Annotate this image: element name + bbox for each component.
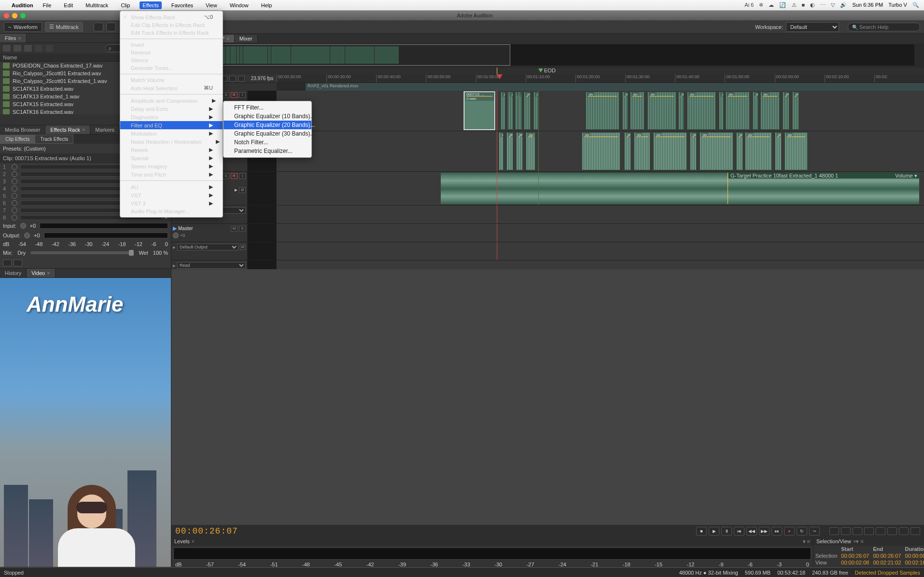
menu-item-stereo-imagery[interactable]: Stereo Imagery▶ bbox=[120, 162, 223, 170]
audio-clip-selected[interactable]: 00071S …d.wav bbox=[464, 92, 495, 130]
menu-item-reverb[interactable]: Reverb▶ bbox=[120, 146, 223, 154]
menu-item-time-and-pitch[interactable]: Time and Pitch▶ bbox=[120, 170, 223, 179]
audio-clip[interactable]: .av bbox=[687, 92, 716, 130]
menu-item-noise-reduction-restoration[interactable]: Noise Reduction / Restoration▶ bbox=[120, 137, 223, 146]
audio-clip[interactable]: .av bbox=[524, 92, 531, 130]
tray-icon[interactable]: ✲ bbox=[759, 2, 763, 8]
submenu-item-notch-filter-[interactable]: Notch Filter... bbox=[224, 138, 311, 147]
empty-track-area[interactable] bbox=[171, 269, 924, 525]
timecode[interactable]: 00:00:26:07 bbox=[175, 526, 238, 536]
video-ref-clip[interactable]: RAPZ_v01 Rendered.mov bbox=[306, 83, 924, 91]
track-effects-tab[interactable]: Track Effects bbox=[35, 135, 73, 144]
audio-clip[interactable]: .av bbox=[533, 92, 538, 130]
ruler-tool-3[interactable] bbox=[229, 76, 236, 82]
overview[interactable] bbox=[172, 44, 914, 66]
audio-clip[interactable]: .av bbox=[624, 132, 631, 170]
audio-clip[interactable]: .av bbox=[726, 92, 750, 130]
zoom-in-h[interactable] bbox=[829, 527, 839, 535]
rtz-button[interactable]: ⏮ bbox=[734, 527, 744, 536]
menu-item-amplitude-and-compression[interactable]: Amplitude and Compression▶ bbox=[120, 96, 223, 105]
tab-video[interactable]: Video× bbox=[27, 269, 55, 277]
clip-effects-tab[interactable]: Clip Effects bbox=[0, 135, 35, 144]
audio-clip[interactable]: .av bbox=[526, 132, 535, 170]
menu-item-edit-clip-effects-in-effects-rack[interactable]: Edit Clip Effects in Effects Rack bbox=[120, 21, 223, 29]
audio-clip[interactable]: .av bbox=[499, 132, 504, 170]
menu-item-show-effects-rack[interactable]: ✓Show Effects Rack⌥0 bbox=[120, 13, 223, 21]
audio-clip[interactable]: .av bbox=[736, 132, 743, 170]
zoom-in-v[interactable] bbox=[876, 527, 885, 535]
menu-item-diagnostics[interactable]: Diagnostics▶ bbox=[120, 113, 223, 121]
menu-item-delay-and-echo[interactable]: Delay and Echo▶ bbox=[120, 105, 223, 113]
audio-clip[interactable]: .av bbox=[760, 92, 780, 130]
menu-effects[interactable]: Effects bbox=[140, 1, 161, 9]
audio-clip[interactable]: .av bbox=[690, 132, 697, 170]
file-open-icon[interactable] bbox=[14, 45, 21, 52]
zoom-misc1[interactable] bbox=[899, 527, 909, 535]
master-header[interactable]: ▶MasterMS +0 bbox=[171, 224, 248, 242]
audio-clip[interactable]: .av bbox=[630, 92, 644, 130]
zoom-misc2[interactable] bbox=[910, 527, 920, 535]
menu-help[interactable]: Help bbox=[258, 1, 275, 9]
audio-clip[interactable]: .av bbox=[775, 132, 782, 170]
submenu-item-fft-filter-[interactable]: FFT Filter... bbox=[224, 103, 311, 112]
file-import-icon[interactable] bbox=[24, 45, 32, 52]
menu-item-modulation[interactable]: Modulation▶ bbox=[120, 129, 223, 137]
clock[interactable]: Sun 6:36 PM bbox=[853, 2, 883, 8]
audio-clip[interactable]: .av bbox=[753, 92, 758, 130]
menu-item-vst[interactable]: VST▶ bbox=[120, 191, 223, 199]
mix-slider[interactable] bbox=[30, 251, 134, 254]
read-select-3[interactable]: Read bbox=[177, 262, 246, 269]
menu-item-match-volume[interactable]: Match Volume bbox=[120, 76, 223, 84]
wifi-icon[interactable]: ▽ bbox=[831, 2, 835, 8]
tool-spectral[interactable] bbox=[106, 23, 116, 31]
marker-bar[interactable]: EOD bbox=[171, 68, 924, 74]
forward-button[interactable]: ▶▶ bbox=[759, 527, 770, 536]
submenu-item-graphic-equalizer-20-bands-[interactable]: Graphic Equalizer (20 Bands)... bbox=[224, 121, 311, 129]
menu-item-au[interactable]: AU▶ bbox=[120, 183, 223, 191]
audio-clip[interactable]: .av bbox=[582, 132, 620, 170]
waveform-toggle[interactable]: ⏦Waveform bbox=[4, 22, 42, 32]
menu-item-vst-3[interactable]: VST 3▶ bbox=[120, 199, 223, 207]
audio-clip[interactable]: .av bbox=[719, 92, 724, 130]
tool-hud[interactable] bbox=[94, 23, 103, 31]
tray-adobe[interactable]: Ai 6 bbox=[744, 2, 754, 8]
rewind-button[interactable]: ◀◀ bbox=[746, 527, 757, 536]
volume-icon[interactable]: 🔊 bbox=[840, 2, 847, 8]
tab-history[interactable]: History bbox=[0, 269, 27, 277]
audio-clip-big[interactable]: TG-Target Practice 10fast Extracted 4800… bbox=[441, 173, 919, 204]
audio-clip[interactable]: .av bbox=[501, 92, 505, 130]
video-monitor[interactable]: AnnMarie bbox=[0, 278, 171, 567]
app-name[interactable]: Audition bbox=[12, 2, 33, 8]
audio-clip[interactable]: .av bbox=[700, 132, 733, 170]
menu-view[interactable]: View bbox=[203, 1, 220, 9]
play-button[interactable]: ▶ bbox=[709, 527, 719, 536]
menu-item-audio-plug-in-manager-[interactable]: Audio Plug-In Manager... bbox=[120, 207, 223, 215]
spotlight-icon[interactable]: 🔍 bbox=[912, 2, 919, 8]
menu-item-special[interactable]: Special▶ bbox=[120, 154, 223, 162]
audio-clip[interactable]: .av bbox=[745, 132, 772, 170]
zoom-out-v[interactable] bbox=[887, 527, 897, 535]
fx-view-1[interactable] bbox=[3, 260, 12, 266]
mixer-tab[interactable]: Mixer bbox=[235, 35, 258, 42]
pause-button[interactable]: ⏸ bbox=[721, 527, 732, 536]
audio-clip[interactable]: .av bbox=[653, 132, 687, 170]
audio-clip[interactable]: .av bbox=[678, 92, 684, 130]
audio-clip[interactable]: .av bbox=[634, 132, 650, 170]
fps-label[interactable]: 23.976 fps bbox=[248, 76, 277, 81]
playhead-icon[interactable] bbox=[497, 74, 503, 79]
audio-clip[interactable]: .av bbox=[792, 92, 799, 130]
tray-icon[interactable]: ◐ bbox=[810, 2, 815, 8]
tray-icon[interactable]: ☁ bbox=[769, 2, 774, 8]
skip-button[interactable]: ⤳ bbox=[809, 527, 820, 536]
menu-edit[interactable]: Edit bbox=[61, 1, 76, 9]
zoom-out-h[interactable] bbox=[841, 527, 851, 535]
menu-favorites[interactable]: Favorites bbox=[168, 1, 196, 9]
loop-button[interactable]: ↻ bbox=[797, 527, 807, 536]
workspace-select[interactable]: Default bbox=[786, 22, 839, 32]
audio-clip[interactable]: .av bbox=[783, 92, 789, 130]
search-help[interactable]: Search Help bbox=[848, 23, 920, 31]
menu-item-generate-tones-[interactable]: Generate Tones... bbox=[120, 64, 223, 72]
output-select[interactable]: Default Output bbox=[177, 244, 238, 250]
file-new-icon[interactable] bbox=[3, 45, 11, 52]
file-delete-icon[interactable] bbox=[35, 45, 42, 52]
